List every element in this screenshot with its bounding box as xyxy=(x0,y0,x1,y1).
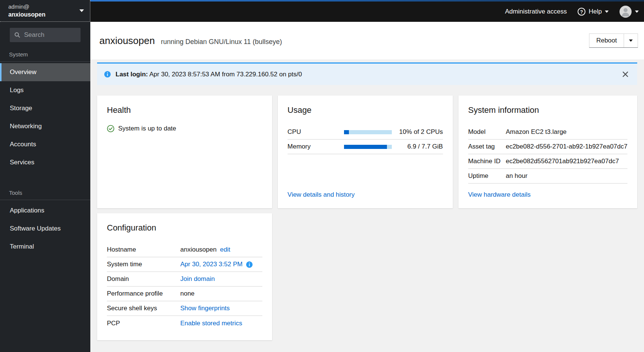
sidebar-item-software-updates[interactable]: Software Updates xyxy=(0,220,90,238)
reboot-button[interactable]: Reboot xyxy=(589,34,624,47)
usage-row-memory: Memory6.9 / 7.7 GiB xyxy=(288,140,443,154)
config-row-value: Join domain xyxy=(180,275,215,283)
config-row-link[interactable]: Join domain xyxy=(180,275,215,283)
masthead: Administrative access ? Help xyxy=(90,0,644,22)
check-circle-icon xyxy=(107,125,114,132)
sysinfo-row-label: Uptime xyxy=(468,172,506,180)
config-row-label: Hostname xyxy=(107,246,180,253)
search-placeholder: Search xyxy=(24,31,44,39)
sidebar-item-logs[interactable]: Logs xyxy=(0,81,90,99)
sysinfo-row-machine-id: Machine IDec2be082d5562701ab921b927ea07d… xyxy=(468,154,627,169)
config-row-link[interactable]: edit xyxy=(220,246,230,253)
sysinfo-row-uptime: Uptimean hour xyxy=(468,169,627,184)
search-input[interactable]: Search xyxy=(10,28,81,42)
reboot-split-button: Reboot xyxy=(589,33,638,48)
sidebar: admin@ anxiousopen Search SystemOverview… xyxy=(0,0,90,352)
usage-row-value: 6.9 / 7.7 GiB xyxy=(397,143,443,150)
nav-section-title: Tools xyxy=(0,187,90,200)
sysinfo-row-model: ModelAmazon EC2 t3.large xyxy=(468,125,627,140)
main-area: Administrative access ? Help xyxy=(90,0,644,352)
search-icon xyxy=(14,32,20,38)
sidebar-item-services[interactable]: Services xyxy=(0,153,90,171)
usage-card-title: Usage xyxy=(288,105,443,115)
nav-section-tools: ToolsApplicationsSoftware UpdatesTermina… xyxy=(0,187,90,256)
alert-text: Last login: Apr 30, 2023 8:57:53 AM from… xyxy=(116,71,302,78)
nav-section-title: System xyxy=(0,48,90,62)
help-menu-button[interactable]: ? Help xyxy=(577,8,609,16)
close-icon xyxy=(623,71,628,77)
config-row-value: none xyxy=(180,290,195,297)
config-row-value: anxiousopenedit xyxy=(180,246,230,253)
config-row-secure-shell-keys: Secure shell keysShow fingerprints xyxy=(107,301,262,316)
usage-card: Usage CPU10% of 2 CPUsMemory6.9 / 7.7 Gi… xyxy=(278,96,453,208)
config-row-label: Performance profile xyxy=(107,290,180,297)
system-information-rows: ModelAmazon EC2 t3.largeAsset tagec2be08… xyxy=(468,125,627,184)
chevron-down-icon xyxy=(79,9,84,12)
configuration-card-title: Configuration xyxy=(107,223,262,233)
sidebar-item-terminal[interactable]: Terminal xyxy=(0,238,90,256)
hardware-details-link[interactable]: View hardware details xyxy=(468,191,531,199)
configuration-rows: HostnameanxiousopeneditSystem timeApr 30… xyxy=(107,243,262,331)
config-row-link[interactable]: Apr 30, 2023 3:52 PM xyxy=(180,261,242,268)
host-switcher-user: admin@ xyxy=(8,3,46,11)
sysinfo-row-value: Amazon EC2 t3.large xyxy=(506,128,567,136)
config-row-link[interactable]: Show fingerprints xyxy=(180,305,230,312)
cockpit-page: admin@ anxiousopen Search SystemOverview… xyxy=(0,0,644,352)
alert-title: Last login: xyxy=(116,71,148,78)
usage-row-cpu: CPU10% of 2 CPUs xyxy=(288,125,443,140)
chevron-down-icon xyxy=(635,11,639,13)
chevron-down-icon xyxy=(629,39,633,42)
page-header: anxiousopen running Debian GNU/Linux 11 … xyxy=(90,22,644,59)
chevron-down-icon xyxy=(605,11,609,13)
config-row-hostname: Hostnameanxiousopenedit xyxy=(107,243,262,257)
progress-bar xyxy=(344,130,392,134)
svg-text:?: ? xyxy=(580,9,583,15)
sysinfo-row-value: ec2be082-d556-2701-ab92-1b927ea07dc7 xyxy=(506,143,627,150)
last-login-alert: Last login: Apr 30, 2023 8:57:53 AM from… xyxy=(97,62,637,85)
sysinfo-row-label: Model xyxy=(468,128,506,136)
config-row-text: anxiousopen xyxy=(180,246,216,253)
sidebar-item-storage[interactable]: Storage xyxy=(0,99,90,117)
system-information-card-title: System information xyxy=(468,105,627,115)
sidebar-item-accounts[interactable]: Accounts xyxy=(0,135,90,153)
config-row-domain: DomainJoin domain xyxy=(107,272,262,287)
config-row-pcp: PCPEnable stored metrics xyxy=(107,316,262,331)
sysinfo-row-label: Asset tag xyxy=(468,143,506,150)
config-row-value: Show fingerprints xyxy=(180,305,230,312)
host-switcher-host: anxiousopen xyxy=(8,11,46,19)
usage-rows: CPU10% of 2 CPUsMemory6.9 / 7.7 GiB xyxy=(288,125,443,154)
close-alert-button[interactable] xyxy=(620,69,630,79)
sidebar-item-networking[interactable]: Networking xyxy=(0,117,90,135)
config-row-label: System time xyxy=(107,261,180,268)
config-row-label: Secure shell keys xyxy=(107,305,180,312)
host-switcher[interactable]: admin@ anxiousopen xyxy=(0,0,90,22)
usage-row-value: 10% of 2 CPUs xyxy=(397,128,443,136)
system-information-card: System information ModelAmazon EC2 t3.la… xyxy=(458,96,637,208)
config-row-link[interactable]: Enable stored metrics xyxy=(180,320,242,327)
health-card-title: Health xyxy=(107,105,262,115)
session-menu-button[interactable] xyxy=(619,5,639,18)
sidebar-item-overview[interactable]: Overview xyxy=(0,63,90,81)
config-row-system-time: System timeApr 30, 2023 3:52 PM xyxy=(107,257,262,272)
progress-bar-fill xyxy=(344,145,387,149)
reboot-dropdown-toggle[interactable] xyxy=(624,34,638,47)
usage-details-link[interactable]: View details and history xyxy=(288,191,355,199)
sidebar-nav: SystemOverviewLogsStorageNetworkingAccou… xyxy=(0,42,90,352)
page-title: anxiousopen xyxy=(99,35,155,47)
alert-message: Apr 30, 2023 8:57:53 AM from 73.229.160.… xyxy=(149,71,302,78)
health-card: Health System is up to date xyxy=(97,96,272,208)
usage-row-label: CPU xyxy=(288,128,344,136)
sysinfo-row-label: Machine ID xyxy=(468,158,506,165)
avatar-icon xyxy=(619,5,632,18)
host-line: anxiousopen running Debian GNU/Linux 11 … xyxy=(99,35,282,47)
search-area: Search xyxy=(0,22,90,42)
sysinfo-row-asset-tag: Asset tagec2be082-d556-2701-ab92-1b927ea… xyxy=(468,140,627,154)
masthead-toolbar: Administrative access ? Help xyxy=(505,5,639,18)
health-status-row: System is up to date xyxy=(107,125,262,132)
administrative-access-button[interactable]: Administrative access xyxy=(505,8,567,15)
sysinfo-row-value: an hour xyxy=(506,172,528,180)
info-circle-icon xyxy=(246,261,253,268)
configuration-card: Configuration HostnameanxiousopeneditSys… xyxy=(97,213,272,340)
sidebar-item-applications[interactable]: Applications xyxy=(0,202,90,220)
os-description: running Debian GNU/Linux 11 (bullseye) xyxy=(161,38,282,46)
